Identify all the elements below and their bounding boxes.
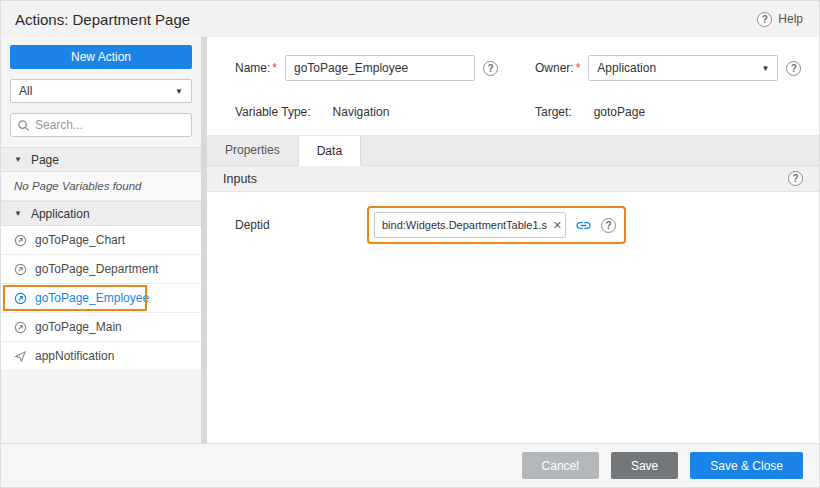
chevron-down-icon: ▼ [175,87,183,96]
tree-group-application[interactable]: ▼ Application [1,201,201,226]
name-field-group: Name:* ? [235,55,535,81]
action-form: Name:* ? Owner:* Application ▼ ? [207,37,819,136]
sidebar-item-gotopage-employee[interactable]: goToPage_Employee [1,284,201,313]
help-label: Help [778,12,803,26]
owner-field-group: Owner:* Application ▼ ? [535,55,803,81]
sidebar-item-gotopage-main[interactable]: goToPage_Main [1,313,201,342]
dialog-content: New Action All ▼ ▼ Page No Page Variable… [1,37,819,443]
form-row-1: Name:* ? Owner:* Application ▼ ? [235,55,803,81]
input-param-row: Deptid ✕ ? [235,206,626,244]
chevron-down-icon: ▼ [761,64,769,73]
deptid-label: Deptid [235,218,367,232]
variable-type-value: Navigation [333,105,390,119]
tab-data[interactable]: Data [298,136,361,166]
required-asterisk: * [272,61,277,75]
save-button[interactable]: Save [611,452,678,479]
inputs-section-title: Inputs [223,172,257,186]
sidebar-item-appnotification[interactable]: appNotification [1,342,201,371]
navigation-action-icon [14,321,27,334]
dialog-header: Actions: Department Page ? Help [1,1,819,37]
tree-group-page[interactable]: ▼ Page [1,147,201,172]
navigation-action-icon [14,234,27,247]
name-input[interactable] [285,55,475,81]
help-icon[interactable]: ? [788,171,803,186]
action-detail-panel: Name:* ? Owner:* Application ▼ ? [207,37,819,443]
sidebar-top: New Action [1,37,201,73]
save-and-close-button[interactable]: Save & Close [690,452,803,479]
sidebar-item-gotopage-chart[interactable]: goToPage_Chart [1,226,201,255]
owner-label: Owner:* [535,61,580,75]
filter-dropdown[interactable]: All ▼ [10,79,192,103]
inputs-section-body: Deptid ✕ ? [207,192,819,443]
actions-dialog: Actions: Department Page ? Help New Acti… [0,0,820,488]
bind-input-wrap: ✕ [374,212,566,238]
sidebar-item-label: appNotification [35,349,114,363]
collapse-triangle-icon: ▼ [14,209,22,218]
navigation-action-icon [14,263,27,276]
actions-sidebar: New Action All ▼ ▼ Page No Page Variable… [1,37,201,443]
navigation-action-icon [14,292,27,305]
help-icon: ? [757,12,772,27]
target-value: gotoPage [594,105,645,119]
dialog-footer: Cancel Save Save & Close [1,443,819,487]
page-empty-message: No Page Variables found [1,172,201,201]
deptid-bind-input[interactable] [374,212,566,238]
name-label: Name:* [235,61,277,75]
notification-action-icon [14,350,27,363]
sidebar-item-gotopage-department[interactable]: goToPage_Department [1,255,201,284]
sidebar-item-label: goToPage_Employee [35,291,149,305]
search-icon [17,119,30,132]
clear-binding-icon[interactable]: ✕ [553,220,562,231]
tree-group-application-label: Application [31,207,90,221]
target-label: Target: [535,105,572,119]
search-input[interactable] [35,118,185,132]
bind-highlight-box: ✕ ? [367,206,626,244]
search-box[interactable] [10,113,192,137]
filter-dropdown-value: All [19,84,32,98]
tree-group-page-label: Page [31,153,59,167]
variable-type-label: Variable Type: [235,105,311,119]
variable-type-group: Variable Type: Navigation [235,105,535,119]
sidebar-item-label: goToPage_Main [35,320,122,334]
new-action-button[interactable]: New Action [10,45,192,69]
cancel-button[interactable]: Cancel [522,452,599,479]
sidebar-item-label: goToPage_Department [35,262,158,276]
detail-tabs: Properties Data [207,136,819,166]
bind-link-icon[interactable] [575,217,592,234]
page-title: Actions: Department Page [15,11,190,28]
help-icon[interactable]: ? [601,218,616,233]
tab-properties[interactable]: Properties [207,135,298,165]
help-icon[interactable]: ? [786,61,801,76]
sidebar-item-label: goToPage_Chart [35,233,125,247]
form-row-2: Variable Type: Navigation Target: gotoPa… [235,105,803,119]
owner-select-value: Application [597,61,656,75]
help-button[interactable]: ? Help [757,12,803,27]
required-asterisk: * [576,61,581,75]
help-icon[interactable]: ? [483,61,498,76]
owner-select[interactable]: Application ▼ [588,55,778,81]
inputs-section-header: Inputs ? [207,166,819,192]
collapse-triangle-icon: ▼ [14,155,22,164]
target-group: Target: gotoPage [535,105,803,119]
